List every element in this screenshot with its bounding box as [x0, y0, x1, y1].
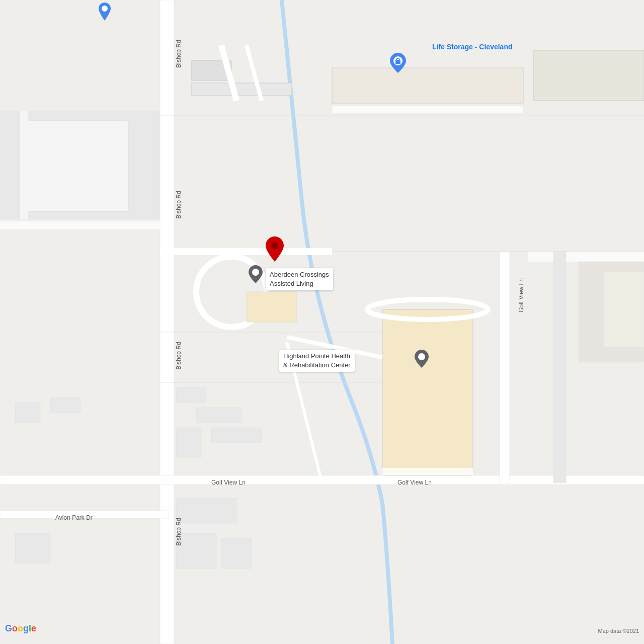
- svg-rect-10: [332, 68, 523, 103]
- svg-rect-13: [0, 221, 160, 229]
- svg-rect-27: [211, 428, 262, 443]
- svg-rect-42: [395, 60, 400, 64]
- svg-point-44: [272, 243, 277, 248]
- highland-gray-pin[interactable]: [415, 350, 429, 370]
- svg-rect-6: [28, 121, 128, 211]
- svg-rect-23: [15, 403, 40, 423]
- svg-rect-15: [247, 292, 297, 322]
- svg-rect-30: [176, 498, 236, 523]
- svg-rect-26: [196, 408, 242, 423]
- svg-rect-16: [382, 309, 473, 475]
- svg-rect-20: [553, 252, 566, 483]
- svg-rect-3: [0, 511, 169, 518]
- aberdeen-label[interactable]: Aberdeen CrossingsAssisted Living: [266, 268, 333, 290]
- svg-rect-25: [176, 387, 206, 403]
- map-container[interactable]: Bishop Rd Bishop Rd Bishop Rd Bishop Rd …: [0, 0, 644, 644]
- map-background: [0, 0, 644, 644]
- svg-point-46: [418, 353, 425, 360]
- life-storage-pin-container[interactable]: [390, 53, 406, 75]
- svg-rect-28: [176, 428, 201, 458]
- svg-rect-12: [332, 106, 523, 113]
- svg-rect-9: [191, 83, 292, 96]
- svg-rect-22: [604, 272, 644, 347]
- svg-rect-7: [20, 111, 28, 219]
- svg-rect-18: [382, 468, 473, 475]
- svg-rect-32: [221, 538, 252, 569]
- svg-rect-11: [533, 50, 644, 101]
- map-attribution: Map data ©2021: [598, 628, 639, 634]
- aberdeen-gray-pin[interactable]: [249, 265, 263, 285]
- life-storage-label[interactable]: Life Storage - Cleveland: [430, 40, 514, 53]
- svg-rect-19: [528, 252, 644, 262]
- svg-rect-4: [500, 252, 510, 483]
- svg-rect-29: [15, 533, 50, 564]
- svg-point-45: [252, 269, 259, 276]
- svg-rect-24: [50, 397, 80, 413]
- highland-label[interactable]: Highland Pointe Health& Rehabilitation C…: [279, 350, 355, 372]
- aberdeen-red-pin: [266, 236, 284, 264]
- svg-rect-31: [176, 533, 216, 569]
- svg-rect-1: [160, 0, 174, 644]
